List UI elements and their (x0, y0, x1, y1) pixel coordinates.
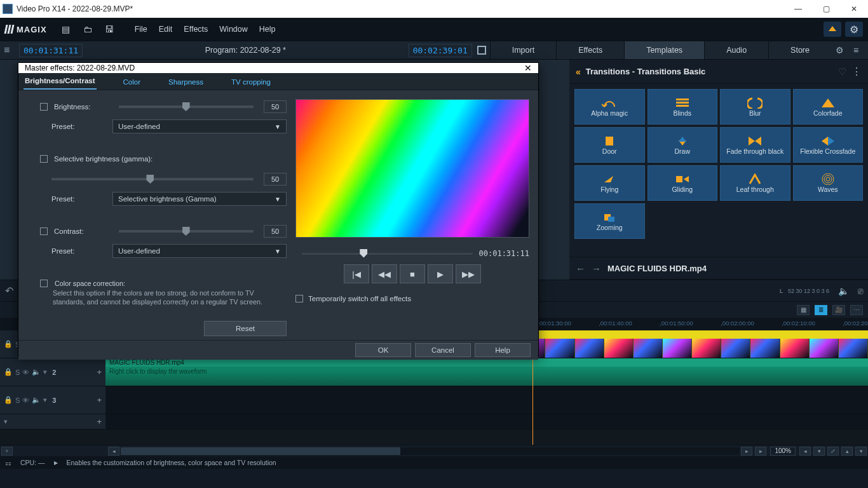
mute-icon[interactable]: 🔈 (32, 396, 41, 404)
scroll-track[interactable] (121, 447, 740, 455)
maximize-button[interactable]: ▢ (812, 0, 840, 18)
transition-fade-through-black[interactable]: Fade through black (720, 127, 790, 163)
stop-button[interactable]: ■ (400, 264, 425, 283)
audio-clip[interactable]: MAGIC FLUIDS HDR.mp4 Right click to disp… (105, 358, 868, 386)
tab-tv-cropping[interactable]: TV cropping (230, 74, 272, 90)
save-icon[interactable]: 🖫 (102, 22, 117, 37)
tempoff-checkbox[interactable] (295, 295, 303, 302)
tab-templates[interactable]: Templates (624, 41, 704, 59)
gamma-slider[interactable] (51, 178, 254, 180)
brightness-checkbox[interactable] (40, 103, 48, 111)
contrast-slider[interactable] (119, 230, 254, 233)
track-header[interactable]: 🔒 S 👁 🔈 ▾ 2 + (0, 358, 105, 386)
transition-door[interactable]: Door (574, 127, 645, 163)
gamma-value[interactable]: 50 (264, 173, 287, 186)
track-header[interactable]: 🔒 S 👁 🔈 ▾ 3 + (0, 386, 105, 414)
track-content[interactable]: MAGIC FLUIDS HDR.mp4 Right click to disp… (105, 358, 868, 386)
menu-help[interactable]: Help (259, 25, 276, 34)
panel-menu-icon[interactable]: ≡ (848, 45, 864, 55)
fast-forward-button[interactable]: ▶▶ (456, 264, 481, 283)
tab-brightness-contrast[interactable]: Brightness/Contrast (24, 73, 97, 90)
close-icon[interactable]: ✕ (524, 63, 532, 73)
lock-icon[interactable]: 🔒 (4, 368, 13, 376)
zoom-value[interactable]: 100% (770, 447, 796, 456)
scroll-left-icon[interactable]: ◂ (108, 447, 119, 456)
ok-button[interactable]: OK (355, 343, 411, 357)
new-file-icon[interactable]: ▤ (58, 22, 74, 37)
add-track-icon[interactable]: + (97, 417, 102, 426)
view-multicam-icon[interactable]: 🎥 (832, 305, 845, 315)
view-timeline-icon[interactable]: ≣ (815, 305, 827, 315)
fit-icon[interactable]: ⤢ (827, 447, 839, 456)
solo-icon[interactable]: S (15, 396, 20, 404)
tab-audio[interactable]: Audio (704, 41, 768, 59)
mediabrowser-breadcrumb[interactable]: Transitions - Transitions Basic (586, 67, 834, 76)
maximize-track-icon[interactable]: + (97, 367, 102, 377)
zoom-out-icon[interactable]: ▸ (755, 447, 766, 456)
transition-draw[interactable]: Draw (648, 127, 718, 163)
app-grid-icon[interactable]: ⚏ (5, 459, 11, 466)
play-button[interactable]: ▶ (428, 264, 453, 283)
eye-icon[interactable]: 👁 (22, 396, 29, 404)
view-storyboard-icon[interactable]: ▦ (797, 305, 810, 315)
favorite-icon[interactable]: ♡ (838, 66, 846, 78)
rewind-button[interactable]: ◀◀ (372, 264, 397, 283)
transition-blur[interactable]: Blur (720, 89, 790, 125)
panel-settings-icon[interactable]: ⚙ (831, 45, 848, 55)
maximize-track-icon[interactable]: + (97, 395, 102, 405)
chevron-down-icon[interactable]: ▾ (43, 368, 47, 376)
chevron-down-icon[interactable]: ▾ (43, 396, 47, 404)
chevron-down-icon[interactable]: ▾ (4, 417, 8, 426)
track-content[interactable] (105, 414, 868, 429)
menu-edit[interactable]: Edit (159, 25, 173, 34)
goto-start-button[interactable]: |◀ (344, 264, 369, 283)
brightness-slider[interactable] (119, 105, 254, 108)
transition-leaf-through[interactable]: Leaf through (720, 165, 790, 201)
tab-effects[interactable]: Effects (556, 41, 624, 59)
mute-icon[interactable]: 🔈 (32, 368, 41, 376)
zoom-menu-icon[interactable]: ▾ (813, 447, 825, 456)
vzoom2-icon[interactable]: ▾ (855, 447, 867, 456)
menu-effects[interactable]: Effects (184, 25, 208, 34)
tab-color[interactable]: Color (122, 74, 142, 90)
open-folder-icon[interactable]: 🗀 (80, 22, 95, 37)
more-icon[interactable]: ⋮ (851, 65, 862, 78)
undo-icon[interactable]: ↶ (5, 285, 13, 297)
add-marker-icon[interactable]: + (1, 447, 13, 456)
colorspace-checkbox[interactable] (40, 280, 48, 287)
close-button[interactable]: ✕ (840, 0, 868, 18)
cloud-icon[interactable] (824, 22, 841, 37)
scrubber-marker[interactable] (360, 249, 367, 258)
transition-colorfade[interactable]: Colorfade (793, 89, 864, 125)
menu-file[interactable]: File (135, 25, 147, 34)
nav-prev-icon[interactable]: ← (576, 263, 585, 274)
back-double-icon[interactable]: « (576, 67, 581, 77)
help-button[interactable]: Help (475, 343, 531, 357)
transition-waves[interactable]: Waves (793, 165, 864, 201)
transition-alpha-magic[interactable]: Alpha magic (574, 89, 645, 125)
cancel-button[interactable]: Cancel (415, 343, 471, 357)
transition-gliding[interactable]: Gliding (648, 165, 718, 201)
contrast-value[interactable]: 50 (264, 225, 287, 238)
dialog-titlebar[interactable]: Master effects: 2022-08-29.MVD ✕ (18, 63, 538, 73)
hamburger-icon[interactable]: ≡ (4, 44, 19, 56)
tab-store[interactable]: Store (768, 41, 831, 59)
tab-sharpness[interactable]: Sharpness (167, 74, 205, 90)
preview-scrubber[interactable] (302, 253, 473, 255)
timecode-current[interactable]: 00:01:31:11 (19, 44, 83, 57)
brightness-value[interactable]: 50 (264, 100, 287, 113)
solo-icon[interactable]: S (15, 369, 20, 376)
gear-icon[interactable]: ⚙ (845, 22, 863, 37)
lock-icon[interactable]: 🔒 (4, 340, 13, 348)
eye-icon[interactable]: 👁 (22, 369, 29, 376)
tab-import[interactable]: Import (490, 41, 556, 59)
minimize-button[interactable]: — (784, 0, 812, 18)
speaker-icon[interactable]: 🔈 (838, 286, 849, 296)
reset-button[interactable]: Reset (204, 321, 287, 336)
gamma-preset-select[interactable]: Selective brightness (Gamma)▼ (112, 192, 287, 206)
mixer-icon[interactable]: ⎚ (858, 286, 863, 296)
nav-next-icon[interactable]: → (592, 263, 601, 274)
record-indicator[interactable] (477, 46, 486, 55)
menu-window[interactable]: Window (219, 25, 247, 34)
scroll-right-icon[interactable]: ▸ (741, 447, 752, 456)
